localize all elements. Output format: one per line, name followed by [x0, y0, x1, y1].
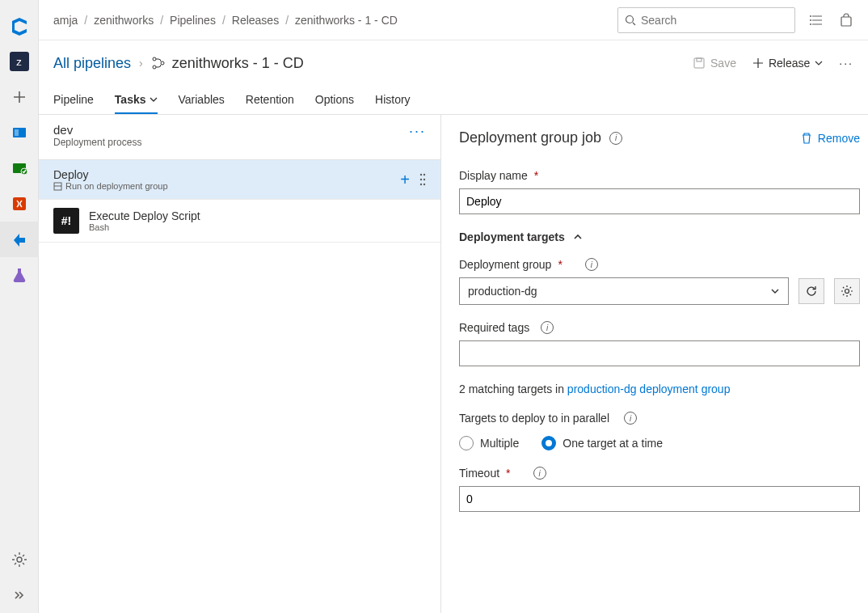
- timeout-label: Timeout* i: [459, 467, 860, 480]
- svg-point-22: [423, 184, 425, 185]
- svg-rect-15: [697, 58, 702, 61]
- svg-point-20: [423, 179, 425, 180]
- crumb-2[interactable]: Pipelines: [170, 14, 216, 27]
- rail-artifacts-icon[interactable]: [0, 186, 39, 222]
- svg-point-8: [810, 19, 811, 21]
- all-pipelines-link[interactable]: All pipelines: [53, 55, 131, 72]
- chevron-right-icon: ›: [139, 57, 143, 70]
- topbar: amja/ zenithworks/ Pipelines/ Releases/ …: [39, 0, 868, 40]
- rail-repos-icon[interactable]: [0, 150, 39, 186]
- svg-point-21: [420, 184, 422, 185]
- crumb-4[interactable]: zenithworks - 1 - CD: [295, 14, 398, 27]
- chevron-up-icon: [573, 232, 583, 242]
- save-button[interactable]: Save: [693, 57, 736, 70]
- required-tags-label: Required tags i: [459, 321, 860, 334]
- svg-point-9: [810, 23, 811, 25]
- tab-tasks[interactable]: Tasks: [115, 86, 158, 114]
- stage-more-button[interactable]: ···: [409, 123, 426, 140]
- deployment-targets-section[interactable]: Deployment targets: [459, 230, 868, 243]
- svg-point-17: [420, 174, 422, 175]
- search-input[interactable]: [617, 7, 795, 33]
- stage-header[interactable]: dev Deployment process ···: [39, 115, 440, 160]
- crumb-0[interactable]: amja: [53, 14, 78, 27]
- rail-logo[interactable]: [0, 8, 39, 44]
- crumb-1[interactable]: zenithworks: [94, 14, 154, 27]
- refresh-button[interactable]: [798, 278, 824, 304]
- info-icon[interactable]: i: [541, 321, 554, 334]
- refresh-icon: [805, 285, 818, 298]
- svg-point-18: [423, 174, 425, 175]
- chevron-down-icon: [150, 95, 158, 104]
- tabs: Pipeline Tasks Variables Retention Optio…: [39, 86, 868, 115]
- pipeline-icon: [151, 56, 166, 70]
- svg-rect-14: [694, 58, 704, 68]
- bash-icon: #!: [53, 208, 79, 234]
- tab-retention[interactable]: Retention: [246, 86, 294, 114]
- nav-rail: z: [0, 0, 39, 613]
- radio-off-icon: [459, 436, 474, 450]
- release-button[interactable]: Release: [752, 57, 823, 70]
- svg-point-6: [626, 15, 634, 23]
- rail-testplans-icon[interactable]: [0, 257, 39, 293]
- stage-subtitle: Deployment process: [53, 137, 409, 148]
- radio-one-at-a-time[interactable]: One target at a time: [541, 436, 663, 450]
- radio-on-icon: [541, 436, 556, 450]
- task-execute-script[interactable]: #! Execute Deploy Script Bash: [39, 200, 440, 243]
- stage-name: dev: [53, 123, 409, 137]
- svg-rect-10: [841, 17, 851, 26]
- svg-rect-1: [15, 129, 19, 136]
- svg-point-19: [420, 179, 422, 180]
- remove-button[interactable]: Remove: [800, 132, 860, 145]
- info-icon[interactable]: i: [585, 258, 598, 271]
- radio-multiple[interactable]: Multiple: [459, 436, 519, 450]
- more-button[interactable]: ···: [839, 57, 853, 70]
- manage-button[interactable]: [834, 278, 860, 304]
- page-title: zenithworks - 1 - CD: [151, 55, 304, 72]
- svg-point-5: [17, 557, 22, 562]
- details-panel: Deployment group job i Remove Display na…: [441, 115, 868, 613]
- tab-options[interactable]: Options: [315, 86, 354, 114]
- info-icon[interactable]: i: [533, 467, 546, 480]
- rail-settings-icon[interactable]: [0, 542, 39, 577]
- add-task-button[interactable]: +: [400, 171, 410, 189]
- svg-rect-4: [13, 197, 26, 210]
- chevron-down-icon: [770, 286, 780, 296]
- rail-pipelines-icon[interactable]: [0, 222, 39, 257]
- rail-collapse-icon[interactable]: [0, 577, 39, 613]
- parallel-label: Targets to deploy to in parallel i: [459, 412, 868, 425]
- rail-boards-icon[interactable]: [0, 115, 39, 150]
- list-icon[interactable]: [810, 13, 824, 27]
- crumb-3[interactable]: Releases: [232, 14, 279, 27]
- svg-point-23: [845, 290, 849, 294]
- required-tags-input[interactable]: [459, 340, 860, 366]
- breadcrumb: amja/ zenithworks/ Pipelines/ Releases/ …: [53, 14, 398, 27]
- tab-variables[interactable]: Variables: [179, 86, 225, 114]
- info-icon[interactable]: i: [609, 132, 622, 145]
- save-icon: [693, 57, 706, 70]
- display-name-input[interactable]: [459, 188, 860, 214]
- info-icon[interactable]: i: [624, 412, 637, 425]
- display-name-label: Display name*: [459, 169, 860, 182]
- tab-pipeline[interactable]: Pipeline: [53, 86, 94, 114]
- details-title: Deployment group job: [459, 129, 601, 146]
- svg-point-12: [153, 66, 156, 69]
- bag-icon[interactable]: [839, 13, 853, 27]
- trash-icon: [800, 132, 813, 145]
- timeout-input[interactable]: [459, 486, 860, 512]
- deployment-group-select[interactable]: production-dg: [459, 277, 789, 305]
- chevron-down-icon: [815, 59, 823, 67]
- server-icon: [53, 182, 62, 191]
- svg-point-13: [161, 61, 164, 65]
- rail-add[interactable]: [0, 79, 39, 115]
- tab-history[interactable]: History: [375, 86, 411, 114]
- plus-icon: [752, 57, 764, 69]
- tasks-panel: dev Deployment process ··· Deploy Run on…: [39, 115, 441, 613]
- deployment-group-link[interactable]: production-dg deployment group: [567, 383, 731, 395]
- job-deploy[interactable]: Deploy Run on deployment group +: [39, 160, 440, 200]
- gear-icon: [841, 285, 853, 298]
- drag-handle[interactable]: [419, 173, 426, 186]
- matching-targets-text: 2 matching targets in production-dg depl…: [459, 383, 868, 395]
- page-header: All pipelines › zenithworks - 1 - CD Sav…: [39, 40, 868, 86]
- deployment-group-label: Deployment group* i: [459, 258, 860, 271]
- rail-project[interactable]: z: [0, 44, 39, 79]
